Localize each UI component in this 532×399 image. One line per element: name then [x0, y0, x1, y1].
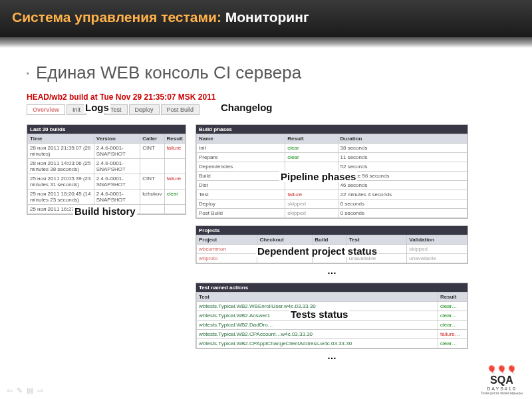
table-row[interactable]: Prepareclear11 seconds [197, 153, 467, 162]
col-duration: Duration [338, 134, 467, 144]
tab-postbuild[interactable]: Post Build [161, 104, 200, 115]
balloons-icon: 🎈🎈🎈 [481, 366, 523, 374]
tab-overview[interactable]: Overview [27, 104, 65, 115]
annotation-pipeline: Pipeline phases [279, 171, 357, 182]
build-history-panel: Last 20 builds Time Version Caller Resul… [27, 124, 186, 215]
tests-table: Test Result wbtests.Typical.WB2.WBEnroll… [196, 292, 467, 348]
table-row[interactable]: wbtests.Typical.WB2.CPApplChangeClientAd… [197, 339, 467, 348]
slide-title-accent: Система управления тестами: [12, 9, 221, 25]
tab-deploy[interactable]: Deploy [129, 104, 160, 115]
panel-header: Build phases [196, 125, 467, 134]
slide-nav: ⇦ ✎ ▤ ⇨ [7, 386, 43, 395]
projects-panel: Projects Project Checkout Build Test Val… [196, 225, 468, 264]
col-build: Build [313, 235, 347, 245]
col-result: Result [438, 293, 467, 302]
table-row[interactable]: 28 ноя 2011 21:35:07 (26 minutes)2.4.6-0… [28, 144, 186, 159]
gradient-strip [0, 37, 532, 48]
col-caller: Caller [140, 134, 164, 144]
col-result: Result [285, 134, 338, 144]
history-table: Time Version Caller Result 28 ноя 2011 2… [27, 134, 186, 214]
bullet-text: Единая WEB консоль CI сервера [27, 57, 513, 92]
panel-header: Projects [196, 226, 467, 235]
annotation-tests: Tests status [289, 309, 349, 320]
table-row[interactable]: Dependencies52 seconds [197, 162, 467, 172]
logo-sqa: SQA [481, 374, 523, 386]
col-name: Name [197, 134, 285, 144]
table-row[interactable]: Deployskipped0 seconds [197, 200, 467, 209]
slide-title: Система управления тестами: Мониторинг [12, 9, 309, 25]
table-row[interactable]: Post Buildskipped0 seconds [197, 209, 467, 218]
sqa-days-logo: 🎈🎈🎈 SQA DAYS#10 Точка роста твоей карьер… [481, 366, 523, 395]
table-row[interactable]: 25 ноя 2011 20:05:39 (23 minutes 31 seco… [28, 174, 186, 190]
slide-content: Единая WEB консоль CI сервера HEAD/wb2 b… [0, 48, 532, 361]
table-row[interactable]: 28 ноя 2011 14:03:06 (25 minutes 38 seco… [28, 159, 186, 174]
build-title: HEAD/wb2 build at Tue Nov 29 21:35:07 MS… [27, 92, 513, 102]
col-result: Result [164, 134, 185, 144]
ellipsis: … [196, 350, 468, 361]
annotation-changelog: Changelog [219, 102, 274, 113]
nav-menu-icon[interactable]: ▤ [27, 386, 33, 395]
slide-title-bar: Система управления тестами: Мониторинг [0, 0, 532, 37]
nav-pen-icon[interactable]: ✎ [17, 386, 23, 395]
logo-tagline: Точка роста твоей карьеры [481, 392, 523, 396]
table-row[interactable]: 25 ноя 2011 18:20:45 (14 minutes 23 seco… [28, 190, 186, 205]
panel-header: Test named actions [196, 283, 467, 292]
ci-console: HEAD/wb2 build at Tue Nov 29 21:35:07 MS… [27, 92, 513, 361]
panel-header: Last 20 builds [27, 125, 186, 134]
col-test: Test [197, 293, 438, 302]
nav-prev-icon[interactable]: ⇦ [7, 386, 13, 395]
table-row[interactable]: wbtests.Typical.WB2.DadDro…clear… [197, 321, 467, 330]
col-test: Test [346, 235, 407, 245]
annotation-logs: Logs [84, 102, 110, 113]
nav-next-icon[interactable]: ⇨ [37, 386, 43, 395]
table-row[interactable]: wbtests.Typical.WB2.CPAccount…w4c.03.33.… [197, 330, 467, 339]
col-checkout: Checkout [257, 235, 313, 245]
col-project: Project [197, 235, 257, 245]
annotation-build-history: Build history [73, 205, 137, 217]
annotation-deps: Dependent project status [256, 245, 378, 257]
col-version: Version [94, 134, 140, 144]
ellipsis: … [196, 265, 468, 276]
col-time: Time [28, 134, 94, 144]
col-validation: Validation [407, 235, 467, 245]
table-row[interactable]: Initclear38 seconds [197, 144, 467, 153]
table-row[interactable]: Testfailure22 minutes 4 seconds [197, 190, 467, 200]
slide-title-rest: Мониторинг [221, 9, 309, 25]
